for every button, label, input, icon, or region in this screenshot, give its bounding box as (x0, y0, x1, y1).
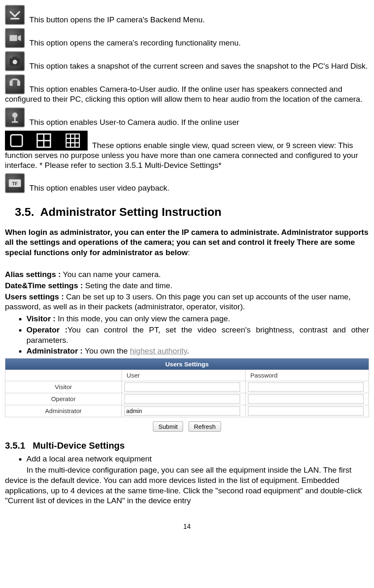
alias-label: Alias settings : (5, 270, 61, 279)
audio-cam2user-icon (5, 74, 25, 94)
audio-cam2user-text: This option enables Camera-to-User audio… (5, 85, 362, 103)
users-settings-table: Users Settings User Password Visitor Ope… (5, 358, 369, 432)
operator-label: Operator : (26, 325, 67, 334)
view-mode-icons (5, 131, 88, 151)
audio-user2cam-text: This option enables User-to Camera audio… (29, 118, 239, 127)
alias-text: You can name your camera. (61, 270, 161, 279)
recording-icon (5, 28, 25, 48)
roles-list: Visitor : In this mode, you can only vie… (5, 314, 369, 356)
multi-device-body: In the multi-device configuration page, … (5, 465, 369, 506)
list-item: Operator :You can control the PT, set th… (26, 325, 369, 345)
video-payback-icon: TF (5, 173, 25, 193)
svg-point-6 (13, 60, 17, 64)
visitor-text: In this mode, you can only view the came… (55, 314, 230, 323)
visitor-label: Visitor : (26, 314, 55, 323)
svg-rect-3 (10, 35, 17, 41)
table-row: Visitor (5, 381, 369, 393)
svg-point-10 (12, 112, 18, 118)
table-row: Administrator (5, 405, 369, 417)
list-item: Administrator : You own the highest auth… (26, 346, 369, 356)
svg-rect-7 (13, 57, 17, 59)
submit-button[interactable]: Submit (153, 421, 183, 432)
svg-marker-4 (18, 35, 21, 41)
recording-text: This option opens the camera's recording… (29, 38, 241, 47)
admin-text: You own the (83, 347, 130, 355)
audio-user2cam-icon (5, 108, 25, 127)
admin-intro: When login as administrator, you can ent… (5, 228, 368, 257)
svg-rect-9 (17, 81, 20, 86)
col-user: User (121, 370, 245, 381)
subsection-number: 3.5.1 (5, 440, 25, 451)
svg-line-0 (10, 12, 15, 17)
admin-user-input[interactable] (124, 406, 240, 416)
svg-rect-12 (12, 121, 18, 123)
section-heading: 3.5. Administrator Setting Instruction (15, 205, 369, 220)
snapshot-icon (5, 51, 25, 71)
svg-text:TF: TF (12, 181, 18, 186)
visitor-user-input[interactable] (124, 382, 240, 392)
backend-menu-text: This button opens the IP camera's Backen… (29, 15, 205, 24)
table-row: Operator (5, 393, 369, 405)
refresh-button[interactable]: Refresh (188, 421, 221, 432)
list-item: Visitor : In this mode, you can only vie… (26, 314, 369, 324)
col-password: Password (245, 370, 369, 381)
admin-highest-authority: highest authority (130, 347, 187, 355)
svg-rect-11 (14, 118, 16, 122)
page-number: 14 (5, 523, 369, 531)
admin-label: Administrator : (26, 347, 83, 355)
table-title: Users Settings (5, 358, 369, 370)
section-title: Administrator Setting Instruction (40, 206, 222, 218)
admin-password-input[interactable] (248, 406, 364, 416)
operator-text: You can control the PT, set the video sc… (26, 325, 369, 344)
svg-line-1 (15, 12, 19, 17)
operator-user-input[interactable] (124, 394, 240, 404)
subsection-heading: 3.5.1 Multi-Device Settings (5, 440, 369, 452)
visitor-password-input[interactable] (248, 382, 364, 392)
backend-menu-icon (5, 5, 25, 25)
role-cell: Visitor (5, 381, 122, 393)
video-payback-text: This option enables user video payback. (29, 184, 169, 193)
operator-password-input[interactable] (248, 394, 364, 404)
snapshot-text: This option takes a snapshot of the curr… (29, 62, 368, 70)
add-lan-equipment: Add a local area network equipment (26, 454, 152, 463)
section-number: 3.5. (15, 206, 34, 218)
role-cell: Operator (5, 393, 122, 405)
list-item: Add a local area network equipment (26, 454, 369, 464)
datetime-label: Date&Time settings : (5, 281, 83, 290)
users-label: Users settings : (5, 292, 64, 301)
subsection-title: Multi-Device Settings (33, 440, 124, 451)
role-cell: Administrator (5, 405, 122, 417)
datetime-text: Seting the date and time. (83, 281, 173, 290)
svg-rect-8 (10, 81, 12, 86)
subsection-list: Add a local area network equipment (5, 454, 369, 464)
